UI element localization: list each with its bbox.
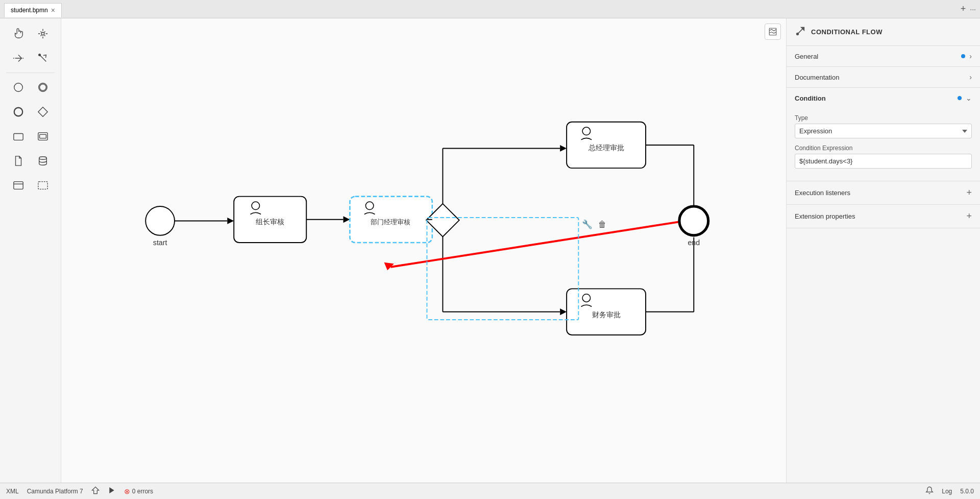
- general-dot: [961, 54, 965, 58]
- extension-properties-plus[interactable]: +: [966, 211, 972, 222]
- conditional-flow-icon: [795, 26, 806, 38]
- documentation-chevron: ›: [969, 73, 972, 81]
- condition-expression-input[interactable]: [795, 154, 972, 169]
- notification-icon[interactable]: [925, 486, 934, 496]
- task2-label: 部门经理审核: [371, 218, 410, 226]
- canvas-area[interactable]: start 组长审核 部门经理审核: [61, 18, 786, 483]
- documentation-section: Documentation ›: [787, 67, 980, 88]
- minimap-button[interactable]: [765, 23, 781, 40]
- general-section: General ›: [787, 46, 980, 67]
- svg-point-3: [14, 83, 22, 92]
- main-area: start 组长审核 部门经理审核: [0, 18, 980, 483]
- condition-label: Condition: [795, 94, 958, 102]
- type-form-group: Type Expression Default None: [795, 114, 972, 138]
- tool-row-5: [7, 125, 54, 148]
- canvas-toolbar: [765, 23, 781, 40]
- task1-label: 组长审核: [256, 218, 284, 226]
- hand-tool-button[interactable]: [7, 22, 30, 45]
- log-label[interactable]: Log: [942, 488, 952, 495]
- start-event-button[interactable]: [7, 76, 30, 99]
- arrow-gateway-task3: [560, 145, 567, 152]
- status-bar-right: Log 5.0.0: [925, 486, 974, 496]
- svg-point-5: [39, 84, 46, 91]
- execution-listeners-header[interactable]: Execution listeners +: [787, 181, 980, 204]
- svg-rect-11: [13, 182, 22, 189]
- svg-point-17: [797, 33, 799, 35]
- group-button[interactable]: [32, 174, 54, 197]
- data-store-button[interactable]: [32, 150, 54, 172]
- extension-properties-section: Extension properties +: [787, 205, 980, 228]
- intermediate-event-button[interactable]: [32, 76, 54, 99]
- svg-rect-14: [769, 28, 776, 35]
- tool-row-3: [7, 76, 54, 99]
- task2-trash-icon[interactable]: 🗑: [598, 220, 607, 229]
- data-object-button[interactable]: [7, 150, 30, 172]
- arrow-gateway-task4: [560, 308, 567, 315]
- start-event-label: start: [153, 239, 167, 247]
- svg-point-6: [14, 108, 22, 116]
- condition-expression-form-group: Condition Expression: [795, 145, 972, 169]
- task-button[interactable]: [7, 125, 30, 148]
- tool-row-7: [7, 174, 54, 197]
- subprocess-button[interactable]: [32, 125, 54, 148]
- condition-dot: [958, 96, 962, 100]
- end-event-node[interactable]: [679, 206, 708, 235]
- start-event-node[interactable]: [145, 206, 175, 235]
- add-tab-button[interactable]: +: [961, 4, 966, 14]
- gateway-button[interactable]: [32, 101, 54, 123]
- xml-label[interactable]: XML: [6, 488, 19, 495]
- arrow-task1-task2: [344, 216, 350, 223]
- file-tab[interactable]: student.bpmn ×: [4, 3, 62, 17]
- general-section-header[interactable]: General ›: [787, 46, 980, 66]
- play-button[interactable]: [108, 486, 116, 496]
- lasso-tool-button[interactable]: [32, 22, 54, 45]
- tool-row-2: [7, 47, 54, 69]
- svg-rect-7: [13, 134, 22, 140]
- bpmn-diagram[interactable]: start 组长审核 部门经理审核: [61, 18, 786, 483]
- svg-line-1: [39, 55, 46, 62]
- type-select[interactable]: Expression Default None: [795, 124, 972, 138]
- left-toolbar: [0, 18, 61, 483]
- end-event-button[interactable]: [7, 101, 30, 123]
- status-bar: XML Camunda Platform 7 ⊗ 0 errors Log 5.…: [0, 483, 980, 499]
- svg-point-2: [38, 54, 40, 56]
- tab-close-button[interactable]: ×: [51, 6, 55, 14]
- title-bar-actions: + ...: [961, 4, 976, 14]
- selection-box: [427, 218, 578, 320]
- tool-row-6: [7, 150, 54, 172]
- connect-tool-button[interactable]: [32, 47, 54, 69]
- end-event-label: end: [688, 239, 700, 247]
- condition-section-body: Type Expression Default None Condition E…: [787, 108, 980, 181]
- documentation-label: Documentation: [795, 74, 969, 81]
- tool-row-1: [7, 22, 54, 45]
- general-label: General: [795, 53, 961, 60]
- execution-listeners-label: Execution listeners: [795, 189, 966, 197]
- errors-label: 0 errors: [132, 488, 153, 495]
- condition-chevron: ⌄: [966, 94, 972, 102]
- condition-section: Condition ⌄ Type Expression Default None…: [787, 88, 980, 181]
- toolbar-divider-1: [6, 73, 55, 73]
- task4-label: 财务审批: [592, 311, 621, 319]
- more-actions-button[interactable]: ...: [970, 4, 976, 14]
- task2-wrench-icon[interactable]: 🔧: [582, 219, 593, 230]
- execution-listeners-plus[interactable]: +: [966, 187, 972, 198]
- svg-point-0: [41, 32, 44, 35]
- space-tool-button[interactable]: [7, 47, 30, 69]
- tool-row-4: [7, 101, 54, 123]
- tab-label: student.bpmn: [11, 7, 48, 14]
- diagram-container[interactable]: start 组长审核 部门经理审核: [61, 18, 786, 483]
- expanded-subprocess-button[interactable]: [7, 174, 30, 197]
- svg-marker-18: [109, 487, 114, 493]
- deploy-button[interactable]: [91, 486, 100, 496]
- extension-properties-header[interactable]: Extension properties +: [787, 205, 980, 228]
- svg-rect-13: [38, 182, 47, 189]
- svg-point-10: [39, 157, 46, 160]
- documentation-section-header[interactable]: Documentation ›: [787, 67, 980, 87]
- error-icon: ⊗: [124, 487, 130, 495]
- condition-section-header[interactable]: Condition ⌄: [787, 88, 980, 108]
- version-label: 5.0.0: [960, 488, 974, 495]
- error-badge: ⊗ 0 errors: [124, 487, 153, 495]
- panel-title: CONDITIONAL FLOW: [811, 28, 883, 36]
- panel-header: CONDITIONAL FLOW: [787, 18, 980, 46]
- type-label: Type: [795, 114, 972, 122]
